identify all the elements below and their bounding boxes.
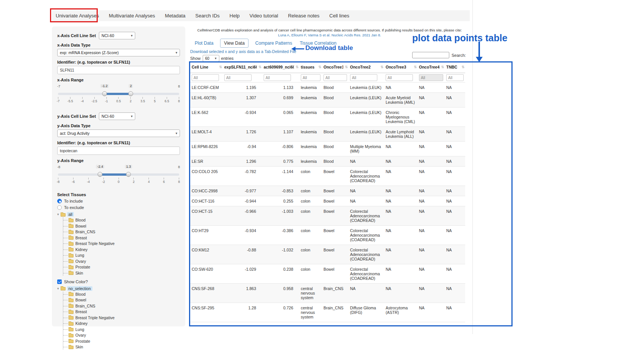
tissue-exclude-radio-row[interactable]: To exclude — [57, 205, 180, 210]
x-range-slider[interactable]: -7 8 -1.2 2 -7-5.5-4-2.5-10.523.556.58 — [57, 84, 180, 106]
filter-input-oncotree2[interactable] — [350, 74, 377, 81]
slider-handle-high[interactable] — [128, 91, 133, 96]
tree-item-prostate[interactable]: Prostate — [69, 339, 180, 344]
slider-handle-low[interactable] — [98, 172, 103, 177]
slider-tick: 8 — [179, 97, 179, 103]
tree-item-breast[interactable]: Breast — [69, 235, 180, 240]
sort-icon[interactable]: ⇅ — [345, 65, 348, 69]
tree-item-bowel[interactable]: Bowel — [69, 297, 180, 303]
slider-handle-high[interactable] — [126, 172, 131, 177]
exclude-radio[interactable] — [57, 205, 62, 210]
column-header-oncotree1[interactable]: OncoTree1⇅ — [322, 62, 349, 73]
tick-mark — [70, 97, 70, 99]
sort-icon[interactable]: ⇅ — [295, 65, 299, 69]
table-cell: Leukemia (LEUK) — [349, 108, 384, 127]
table-cell: Colorectal Adenocarcinoma (COADREAD) — [349, 245, 384, 264]
column-header-oncotree4[interactable]: OncoTree4⇅ — [417, 62, 445, 73]
column-header-expslfn11-nci60[interactable]: expSLFN11_nci60⇅ — [223, 62, 262, 73]
tree-item-breast-triple-negative[interactable]: Breast Triple Negative — [69, 241, 180, 246]
column-header-oncotree3[interactable]: OncoTree3⇅ — [384, 62, 417, 73]
tree-item-brain-cns[interactable]: Brain_CNS — [69, 229, 180, 234]
table-row: CO:HCC-2998-0.977-0.853colonBowelNANANAN… — [190, 186, 465, 196]
show-color-row[interactable]: Show Color? — [57, 279, 180, 284]
filter-input-oncotree4[interactable] — [419, 74, 443, 81]
y-data-type-select[interactable]: act: Drug Activity ▾ — [57, 130, 180, 137]
tree-item-kidney[interactable]: Kidney — [69, 247, 180, 252]
folder-icon — [69, 248, 73, 251]
tree-item-bowel[interactable]: Bowel — [69, 223, 180, 229]
sort-icon[interactable]: ⇅ — [461, 65, 464, 69]
search-input[interactable] — [412, 52, 449, 58]
sort-icon[interactable]: ⇅ — [414, 65, 417, 69]
include-radio[interactable] — [57, 199, 62, 203]
entries-select[interactable]: 60 ▾ — [203, 55, 219, 62]
filter-input-oncotree1[interactable] — [324, 74, 347, 81]
slider-tick: 3.5 — [142, 97, 143, 103]
table-row: CO:HT29-0.934-0.386colonBowelColorectal … — [190, 226, 465, 245]
slider-handle-low[interactable] — [102, 91, 107, 96]
filter-input-expslfn11-nci60[interactable] — [224, 74, 252, 81]
tissue-include-radio-row[interactable]: To include — [57, 199, 180, 203]
sort-icon[interactable]: ⇅ — [380, 65, 383, 69]
filter-input-oncotree3[interactable] — [386, 74, 413, 81]
tick-mark — [73, 178, 73, 179]
x-identifier-input[interactable] — [57, 66, 180, 74]
tree-item-blood[interactable]: Blood — [69, 217, 180, 223]
tree-item-kidney[interactable]: Kidney — [69, 321, 180, 326]
tree-item-skin[interactable]: Skin — [69, 344, 180, 350]
tree-item-ovary[interactable]: Ovary — [69, 259, 180, 264]
nav-item-multivariate-analyses[interactable]: Multivariate Analyses — [109, 13, 155, 19]
nav-item-cell-lines[interactable]: Cell lines — [329, 13, 349, 19]
tab-view-data[interactable]: View Data — [220, 39, 248, 48]
nav-item-video-tutorial[interactable]: Video tutorial — [250, 13, 278, 19]
y-range-slider[interactable]: -8 8 -2.4 1.3 -8-6-4-202468 — [57, 165, 180, 186]
column-header-tissues[interactable]: tissues⇅ — [299, 62, 322, 73]
nav-item-help[interactable]: Help — [230, 13, 240, 19]
y-cell-line-set-select[interactable]: NCI-60 ▾ — [99, 112, 135, 120]
tab-plot-data[interactable]: Plot Data — [194, 39, 214, 47]
column-header-cell-line[interactable]: Cell Line⇅ — [190, 62, 223, 73]
tick-mark — [179, 97, 179, 99]
page-edge-line — [472, 0, 473, 334]
filter-input-cell-line[interactable] — [192, 74, 219, 81]
column-header-oncotree2[interactable]: OncoTree2⇅ — [349, 62, 384, 73]
filter-input-tissues[interactable] — [301, 74, 320, 81]
tree-item-prostate[interactable]: Prostate — [69, 264, 180, 270]
nav-item-univariate-analyses[interactable]: Univariate Analyses — [56, 13, 99, 19]
tree-collapse-icon[interactable]: ▾ — [57, 212, 59, 216]
table-cell: NA — [384, 245, 417, 264]
tree-item-ovary[interactable]: Ovary — [69, 332, 180, 338]
tree-root-no-selection[interactable]: ▾ no_selection — [57, 286, 180, 291]
table-cell: -1.144 — [262, 167, 299, 186]
table-cell: 1.107 — [262, 127, 299, 142]
tree-root-all[interactable]: ▾ all — [57, 212, 180, 217]
x-cell-line-set-select[interactable]: NCI-60 ▾ — [99, 32, 135, 39]
column-header-tnbc[interactable]: TNBC⇅ — [445, 62, 465, 73]
tree-item-lung[interactable]: Lung — [69, 253, 180, 258]
x-data-type-select[interactable]: exp: mRNA Expression (Z-Score) ▾ — [57, 49, 180, 56]
tree-collapse-icon[interactable]: ▾ — [57, 287, 59, 290]
download-data-link[interactable]: Download selected x and y axis data as a… — [190, 49, 296, 54]
sort-icon[interactable]: ⇅ — [258, 65, 261, 69]
tree-item-blood[interactable]: Blood — [69, 292, 180, 297]
sort-icon[interactable]: ⇅ — [441, 65, 444, 69]
tab-compare-patterns[interactable]: Compare Patterns — [255, 39, 293, 47]
show-color-checkbox[interactable] — [57, 279, 62, 284]
tree-item-skin[interactable]: Skin — [69, 270, 180, 276]
sort-icon[interactable]: ⇅ — [318, 65, 321, 69]
nav-item-metadata[interactable]: Metadata — [165, 13, 185, 19]
tree-item-lung[interactable]: Lung — [69, 327, 180, 332]
y-identifier-input[interactable] — [57, 147, 180, 155]
filter-input-act609699-nci60[interactable] — [264, 74, 291, 81]
filter-input-tnbc[interactable] — [446, 74, 464, 81]
nav-item-search-ids[interactable]: Search IDs — [195, 13, 220, 19]
tree-item-brain-cns[interactable]: Brain_CNS — [69, 303, 180, 309]
nav-item-release-notes[interactable]: Release notes — [288, 13, 319, 19]
tree-item-breast[interactable]: Breast — [69, 309, 180, 314]
tree-item-breast-triple-negative[interactable]: Breast Triple Negative — [69, 315, 180, 320]
column-header-act609699-nci60[interactable]: act609699_nci60⇅ — [262, 62, 299, 73]
sort-icon[interactable]: ⇅ — [219, 65, 222, 69]
intro-text: CellMinerCDB enables exploration and ana… — [189, 28, 470, 32]
slider-tick: -2 — [103, 178, 104, 184]
filter-cell — [445, 73, 465, 83]
